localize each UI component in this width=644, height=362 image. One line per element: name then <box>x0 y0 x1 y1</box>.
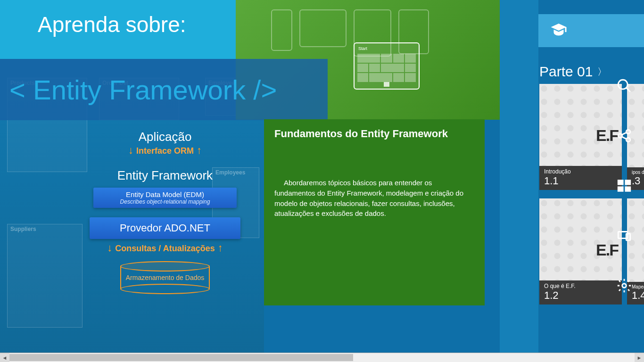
storage-cylinder: Armazenamento de Dados <box>120 261 210 294</box>
scroll-track[interactable] <box>9 353 635 362</box>
course-subtitle: Fundamentos do Entity Framework <box>274 128 474 140</box>
svg-point-0 <box>618 80 627 89</box>
course-title-overlay: < Entity Framework /> <box>0 59 328 120</box>
share-icon <box>616 128 632 144</box>
course-description: Abordaremos tópicos básicos para entende… <box>274 178 474 219</box>
svg-point-3 <box>626 130 630 134</box>
layer-app: Aplicação <box>83 130 248 144</box>
layer-ef-box: Entity Framework Entity Data Model (EDM)… <box>90 163 240 214</box>
course-description-card: Fundamentos do Entity Framework Abordare… <box>264 119 485 305</box>
search-charm[interactable] <box>614 75 635 96</box>
svg-rect-7 <box>618 180 624 185</box>
devices-icon <box>616 228 632 244</box>
svg-point-13 <box>622 284 627 288</box>
layer-ado: Provedor ADO.NET <box>90 217 240 239</box>
lesson-tile-1-1[interactable]: E.F Introdução 1.1 <box>539 84 622 190</box>
layer-ef: Entity Framework <box>93 168 237 183</box>
edm-box: Entity Data Model (EDM) Describes object… <box>93 188 237 208</box>
scroll-thumb[interactable] <box>9 354 353 361</box>
page-header: Aprenda sobre: <box>0 0 236 59</box>
gear-icon <box>616 278 632 294</box>
lesson-title: Introdução <box>544 168 617 175</box>
architecture-diagram: Aplicação ↓Interface ORM↑ Entity Framewo… <box>83 130 248 294</box>
settings-charm[interactable] <box>614 275 635 296</box>
windows-icon <box>616 178 632 194</box>
layer-orm: Interface ORM <box>136 146 194 156</box>
scroll-right-button[interactable]: ► <box>635 353 644 362</box>
layer-queries: Consultas / Atualizações <box>115 244 215 254</box>
start-charm[interactable] <box>614 175 635 196</box>
svg-line-1 <box>626 88 630 92</box>
charms-bar <box>614 75 635 296</box>
section-header-icon <box>538 14 644 47</box>
lesson-number: 1.2 <box>544 289 559 301</box>
ghost-table: Suppliers <box>7 224 83 328</box>
share-charm[interactable] <box>614 125 635 146</box>
page-title: Aprenda sobre: <box>38 12 186 37</box>
graduation-cap-icon <box>550 22 567 39</box>
svg-point-4 <box>626 138 630 142</box>
section-gap <box>500 0 538 353</box>
search-icon <box>616 78 632 94</box>
svg-line-6 <box>622 137 627 139</box>
lesson-title: O que é E.F. <box>544 283 617 289</box>
lesson-number: 1.1 <box>544 175 559 187</box>
svg-rect-9 <box>618 186 624 191</box>
scroll-left-button[interactable]: ◄ <box>0 353 9 362</box>
svg-rect-10 <box>625 186 631 191</box>
chevron-right-icon: 〉 <box>597 66 607 78</box>
svg-rect-8 <box>625 180 631 185</box>
start-label: Start <box>358 46 367 51</box>
section-title[interactable]: Parte 01 〉 <box>539 64 607 80</box>
svg-point-2 <box>618 134 622 138</box>
svg-line-5 <box>622 132 627 135</box>
lesson-tile-1-2[interactable]: E.F O que é E.F. 1.2 <box>539 198 622 304</box>
horizontal-scrollbar[interactable]: ◄ ► <box>0 353 644 362</box>
course-title: < Entity Framework /> <box>9 74 277 106</box>
devices-charm[interactable] <box>614 225 635 246</box>
